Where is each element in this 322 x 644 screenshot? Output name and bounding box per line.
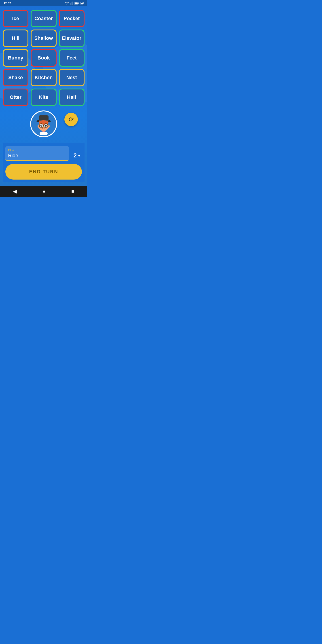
clue-field-container: Clue: [5, 146, 69, 161]
word-card-label: Elevator: [62, 35, 82, 41]
word-card-label: Half: [67, 94, 76, 100]
svg-point-29: [46, 127, 48, 128]
word-card-label: Book: [37, 55, 50, 61]
word-card[interactable]: Ice: [3, 10, 28, 27]
nav-recents-button[interactable]: ■: [67, 188, 79, 195]
word-card[interactable]: Elevator: [59, 30, 84, 47]
word-card[interactable]: Pocket: [59, 10, 84, 27]
svg-point-25: [45, 125, 47, 126]
status-icons: [65, 2, 84, 5]
svg-rect-7: [80, 2, 84, 4]
word-card-label: Ice: [12, 16, 19, 22]
word-card[interactable]: Half: [59, 88, 84, 106]
svg-point-30: [43, 127, 44, 128]
chevron-down-icon: ▾: [78, 153, 80, 158]
word-card-label: Coaster: [34, 16, 53, 22]
word-card[interactable]: Nest: [59, 69, 84, 86]
history-icon: ⟳: [69, 116, 74, 123]
svg-point-33: [40, 132, 48, 135]
input-area: Clue 2 ▾ END TURN: [3, 143, 84, 182]
keyboard-icon: [80, 2, 84, 4]
word-card[interactable]: Bunny: [3, 49, 28, 67]
nav-bar: ◀ ● ■: [0, 186, 87, 197]
number-value: 2: [74, 152, 77, 159]
svg-line-23: [48, 125, 48, 126]
clue-label: Clue: [8, 148, 66, 152]
word-card-label: Kitchen: [35, 75, 53, 80]
word-card-label: Shallow: [34, 35, 53, 41]
number-selector[interactable]: 2 ▾: [72, 150, 82, 161]
end-turn-button[interactable]: END TURN: [5, 164, 82, 180]
status-bar: 12:07: [0, 0, 87, 6]
svg-rect-1: [71, 3, 71, 5]
svg-rect-3: [72, 2, 73, 5]
word-grid: IceCoasterPocketHillShallowElevatorBunny…: [3, 10, 84, 106]
svg-rect-8: [81, 2, 81, 3]
word-card[interactable]: Kite: [31, 88, 56, 106]
avatar: [30, 110, 57, 137]
word-card[interactable]: Otter: [3, 88, 28, 106]
signal-icon: [70, 2, 73, 5]
word-card-label: Kite: [39, 94, 48, 100]
svg-line-22: [39, 125, 39, 126]
clue-row: Clue 2 ▾: [5, 146, 82, 161]
history-button[interactable]: ⟳: [64, 113, 78, 126]
word-card[interactable]: Kitchen: [31, 69, 56, 86]
word-card-label: Feet: [67, 55, 77, 61]
main-content: IceCoasterPocketHillShallowElevatorBunny…: [0, 6, 87, 186]
word-card-label: Bunny: [8, 55, 23, 61]
word-card-label: Hill: [12, 35, 20, 41]
word-card[interactable]: Feet: [59, 49, 84, 67]
svg-rect-6: [78, 3, 79, 4]
word-card[interactable]: Book: [31, 49, 56, 67]
avatar-character: [32, 113, 55, 135]
svg-rect-5: [75, 2, 78, 4]
nav-home-button[interactable]: ●: [38, 188, 50, 195]
svg-point-27: [46, 125, 46, 126]
word-card-label: Otter: [10, 94, 22, 100]
svg-rect-2: [72, 2, 72, 5]
battery-icon: [74, 2, 79, 4]
word-card[interactable]: Coaster: [31, 10, 56, 27]
clue-input[interactable]: [8, 153, 66, 158]
svg-rect-0: [70, 3, 70, 5]
svg-point-26: [41, 125, 42, 126]
wifi-icon: [65, 2, 69, 5]
word-card[interactable]: Hill: [3, 30, 28, 47]
word-card-label: Pocket: [64, 16, 80, 22]
svg-point-28: [39, 127, 41, 128]
svg-rect-11: [81, 3, 83, 4]
svg-rect-9: [82, 2, 82, 3]
word-card[interactable]: Shake: [3, 69, 28, 86]
avatar-area: ⟳: [3, 110, 84, 137]
svg-rect-10: [82, 2, 83, 3]
word-card[interactable]: Shallow: [31, 30, 56, 47]
status-time: 12:07: [4, 2, 11, 5]
word-card-label: Nest: [66, 75, 77, 80]
nav-back-button[interactable]: ◀: [8, 188, 21, 195]
svg-point-24: [40, 125, 42, 126]
word-card-label: Shake: [8, 75, 23, 80]
